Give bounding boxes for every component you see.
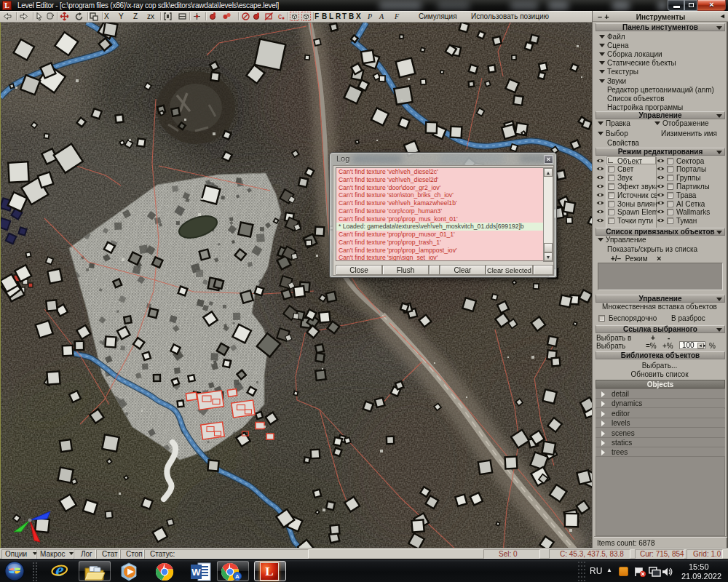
svg-text:e: e [55,559,64,581]
svg-text:W: W [191,567,201,578]
svg-text:c: c [278,12,282,20]
